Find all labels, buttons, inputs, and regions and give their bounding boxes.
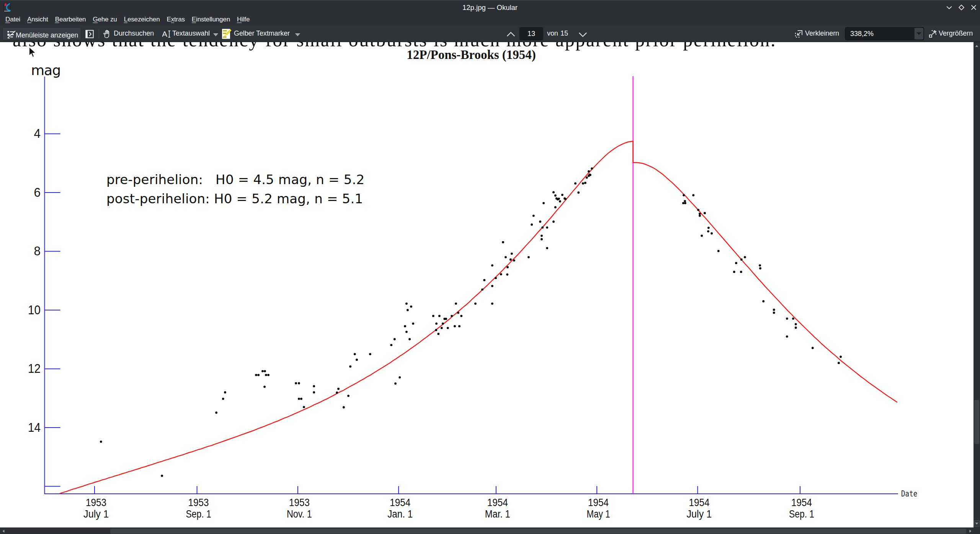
observation-point	[451, 315, 453, 317]
observation-point	[546, 247, 548, 249]
observation-point	[591, 167, 593, 170]
observation-point	[457, 312, 459, 314]
horizontal-scrollbar-handle[interactable]	[110, 529, 966, 534]
observation-point	[717, 250, 720, 252]
menu-accel-letter: H	[237, 16, 242, 23]
zoom-in-label[interactable]: Vergrößern	[939, 25, 973, 42]
menu-bearbeiten[interactable]: Bearbeiten	[52, 14, 90, 25]
observation-point	[740, 258, 743, 261]
menu-accel-letter: G	[93, 16, 98, 23]
observation-point	[701, 235, 703, 237]
text-selection-icon[interactable]: A	[162, 30, 171, 38]
observation-point	[255, 374, 257, 376]
observation-point	[740, 271, 742, 273]
x-tick-year: 1953	[289, 497, 310, 508]
close-button[interactable]	[970, 4, 977, 11]
observation-point	[792, 317, 794, 320]
next-page-icon[interactable]	[578, 32, 587, 37]
menu-ansicht[interactable]: Ansicht	[24, 14, 52, 25]
menu-accel-letter: D	[5, 16, 10, 23]
show-menubar-label: Menüleiste anzeigen	[16, 27, 78, 44]
menu-extras[interactable]: Extras	[163, 14, 188, 25]
light-curve-chart: 4681012141953July 11953Sep. 11953Nov. 11…	[0, 42, 973, 527]
menu-einstellungen[interactable]: Einstellungen	[188, 14, 234, 25]
highlighter-label[interactable]: Gelber Textmarker	[234, 25, 290, 42]
observation-point	[513, 259, 515, 261]
menu-accel-letter: E	[192, 16, 196, 23]
observation-point	[684, 200, 686, 202]
maximize-button[interactable]	[958, 4, 965, 11]
horizontal-scrollbar[interactable]	[0, 527, 973, 534]
document-view[interactable]: also shows that the tendency for small o…	[0, 42, 973, 527]
x-tick-year: 1954	[791, 497, 812, 508]
menu-gehe-zu[interactable]: Gehe zu	[89, 14, 120, 25]
menu-label-fragment: E	[167, 16, 171, 23]
x-tick-year: 1953	[188, 497, 209, 508]
menu-hilfe[interactable]: Hilfe	[234, 14, 253, 25]
observation-point	[564, 198, 567, 200]
observation-point	[759, 264, 761, 266]
observation-point	[561, 194, 564, 196]
observation-point	[161, 475, 163, 477]
observation-point	[506, 273, 508, 276]
x-tick-date: July 1	[83, 508, 109, 520]
menu-accel-letter: x	[171, 16, 174, 23]
observation-point	[682, 202, 684, 204]
scroll-up-button[interactable]	[973, 42, 980, 50]
observation-point	[257, 374, 260, 376]
y-tick-label: 14	[28, 420, 41, 434]
titlebar: 12p.jpg — Okular	[0, 0, 980, 14]
observation-point	[773, 312, 775, 314]
zoom-out-icon[interactable]	[794, 29, 803, 38]
zoom-combobox-arrow-button[interactable]	[915, 28, 923, 39]
menu-datei[interactable]: Datei	[2, 14, 24, 25]
x-tick-date: May 1	[587, 508, 610, 520]
chart-axes	[45, 77, 898, 494]
zoom-out-label[interactable]: Verkleinern	[805, 25, 839, 42]
observation-point	[541, 235, 543, 237]
observation-point	[707, 227, 710, 229]
menu-accel-letter: L	[124, 16, 127, 23]
observation-point	[582, 182, 584, 185]
observation-point	[773, 309, 775, 311]
observation-point	[354, 353, 356, 355]
x-tick-date: July 1	[686, 508, 712, 520]
page-total-label: 15	[560, 25, 568, 42]
observation-point	[298, 398, 300, 400]
highlighter-icon[interactable]	[222, 29, 232, 39]
vertical-scrollbar[interactable]	[973, 42, 980, 527]
previous-page-icon[interactable]	[506, 32, 515, 37]
observation-point	[586, 176, 588, 179]
browse-label[interactable]: Durchsuchen	[114, 25, 154, 42]
menu-lesezeichen[interactable]: Lesezeichen	[121, 14, 163, 25]
observation-point	[455, 302, 457, 305]
browse-hand-icon[interactable]	[103, 29, 111, 39]
text-selection-label[interactable]: Textauswahl	[172, 25, 210, 42]
scroll-down-button[interactable]	[974, 520, 980, 527]
observation-point	[394, 338, 396, 340]
menu-label-fragment: tras	[174, 16, 185, 23]
scroll-left-button[interactable]	[0, 528, 7, 534]
observation-point	[445, 318, 447, 320]
highlighter-dropdown-icon[interactable]	[295, 33, 301, 37]
vertical-scrollbar-handle[interactable]	[974, 400, 979, 444]
zoom-level-combobox[interactable]: 338,2%	[845, 27, 924, 40]
mouse-cursor	[29, 47, 37, 59]
zoom-in-icon[interactable]	[928, 29, 937, 38]
scroll-right-button[interactable]	[967, 528, 973, 534]
sidebar-toggle-icon[interactable]	[85, 30, 94, 38]
x-tick-year: 1954	[689, 497, 709, 508]
text-selection-dropdown-icon[interactable]	[213, 33, 219, 37]
observation-point	[552, 191, 555, 193]
y-tick-label: 4	[34, 126, 41, 140]
show-menubar-button[interactable]: Menüleiste anzeigen	[2, 27, 81, 40]
minimize-button[interactable]	[946, 4, 952, 11]
page-number-input[interactable]: 13	[519, 27, 543, 40]
y-tick-label: 8	[34, 244, 41, 258]
observation-point	[454, 325, 456, 327]
observation-point	[683, 194, 685, 196]
observation-point	[506, 266, 509, 268]
observation-point	[554, 206, 557, 209]
y-tick-label: 12	[28, 361, 41, 376]
observation-point	[531, 224, 533, 226]
